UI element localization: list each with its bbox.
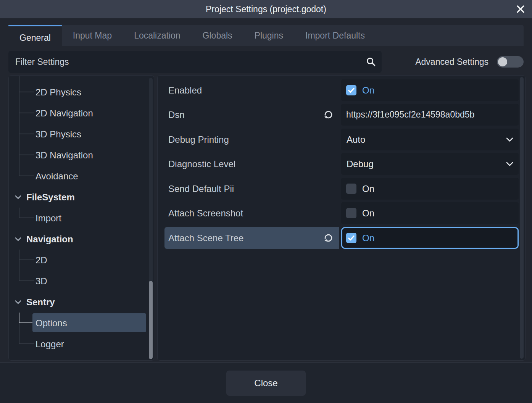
chevron-down-icon[interactable] bbox=[15, 300, 21, 304]
setting-row-diagnostic-level: Diagnostic Level Debug bbox=[158, 153, 525, 175]
setting-row-enabled: Enabled On bbox=[158, 79, 525, 101]
settings-tree-panel: 2D Physics 2D Navigation 3D Physics 3D N… bbox=[8, 75, 154, 361]
toggle-knob bbox=[498, 57, 507, 66]
filter-settings-input[interactable] bbox=[8, 57, 366, 67]
project-settings-dialog: Project Settings (project.godot) General… bbox=[0, 0, 532, 403]
search-icon bbox=[366, 56, 376, 67]
setting-label: Attach Scene Tree bbox=[168, 227, 243, 249]
checkbox-checked[interactable] bbox=[346, 233, 356, 243]
dropdown-value: Auto bbox=[347, 134, 365, 145]
setting-row-send-default-pii: Send Default Pii On bbox=[158, 178, 525, 200]
tree-item-3d-physics[interactable]: 3D Physics bbox=[9, 124, 154, 145]
settings-values-panel: Enabled On Dsn https://3f1e095cf2e14598a… bbox=[157, 75, 526, 361]
close-icon[interactable] bbox=[515, 4, 526, 15]
tree-item-2d-navigation[interactable]: 2D Navigation bbox=[9, 103, 154, 124]
tree-scrollbar-thumb[interactable] bbox=[149, 281, 153, 359]
setting-label: Send Default Pii bbox=[168, 178, 234, 200]
dialog-title: Project Settings (project.godot) bbox=[206, 4, 326, 15]
tree-item-2d[interactable]: 2D bbox=[9, 250, 154, 271]
footer: Close bbox=[0, 363, 532, 403]
tab-globals[interactable]: Globals bbox=[192, 25, 243, 46]
tree-item-import[interactable]: Import bbox=[9, 208, 154, 229]
dropdown-value: Debug bbox=[347, 159, 374, 169]
checkbox-checked[interactable] bbox=[346, 85, 356, 95]
filter-settings-field bbox=[8, 51, 382, 73]
chevron-down-icon[interactable] bbox=[15, 195, 21, 199]
setting-row-dsn: Dsn https://3f1e095cf2e14598a0bd5b bbox=[158, 104, 525, 126]
checkbox-state-label: On bbox=[362, 208, 374, 219]
tree-item-3d-navigation[interactable]: 3D Navigation bbox=[9, 145, 154, 166]
tab-general[interactable]: General bbox=[8, 25, 62, 49]
dsn-value: https://3f1e095cf2e14598a0bd5b bbox=[346, 110, 474, 120]
setting-row-debug-printing: Debug Printing Auto bbox=[158, 129, 525, 150]
tree-section-navigation[interactable]: Navigation bbox=[9, 229, 154, 250]
tab-bar: General Input Map Localization Globals P… bbox=[8, 25, 524, 46]
setting-label: Dsn bbox=[168, 104, 185, 126]
setting-value-box: On bbox=[341, 79, 519, 101]
tree-item-avoidance[interactable]: Avoidance bbox=[9, 166, 154, 187]
setting-label: Debug Printing bbox=[168, 129, 229, 150]
tree-item-logger[interactable]: Logger bbox=[9, 334, 154, 355]
setting-value-box: On bbox=[341, 178, 519, 200]
advanced-settings-label: Advanced Settings bbox=[415, 57, 488, 67]
chevron-down-icon[interactable] bbox=[15, 237, 21, 241]
setting-label: Diagnostic Level bbox=[168, 153, 235, 175]
checkbox-unchecked[interactable] bbox=[346, 208, 356, 218]
tree-item-2d-physics[interactable]: 2D Physics bbox=[9, 82, 154, 103]
tree-item-3d[interactable]: 3D bbox=[9, 271, 154, 292]
revert-icon[interactable] bbox=[321, 104, 335, 126]
checkbox-state-label: On bbox=[362, 233, 374, 243]
tab-plugins[interactable]: Plugins bbox=[243, 25, 294, 46]
chevron-down-icon bbox=[506, 137, 513, 142]
chevron-down-icon bbox=[506, 162, 513, 166]
settings-scrollbar-track[interactable] bbox=[520, 77, 524, 359]
checkbox-state-label: On bbox=[362, 85, 374, 96]
close-button[interactable]: Close bbox=[226, 371, 306, 396]
diagnostic-level-dropdown[interactable]: Debug bbox=[341, 153, 519, 175]
tab-input-map[interactable]: Input Map bbox=[62, 25, 123, 46]
setting-value-box-focused: On bbox=[341, 227, 519, 249]
tree-section-filesystem[interactable]: FileSystem bbox=[9, 187, 154, 208]
titlebar: Project Settings (project.godot) bbox=[0, 0, 532, 18]
setting-value-box: On bbox=[341, 202, 519, 224]
advanced-settings-group: Advanced Settings bbox=[389, 51, 524, 73]
checkbox-unchecked[interactable] bbox=[346, 184, 356, 194]
debug-printing-dropdown[interactable]: Auto bbox=[341, 129, 519, 150]
tab-import-defaults[interactable]: Import Defaults bbox=[294, 25, 376, 46]
setting-row-attach-screenshot: Attach Screenshot On bbox=[158, 202, 525, 224]
revert-icon[interactable] bbox=[321, 227, 335, 249]
advanced-settings-toggle[interactable] bbox=[497, 56, 524, 68]
setting-label: Attach Screenshot bbox=[168, 202, 243, 224]
tab-localization[interactable]: Localization bbox=[123, 25, 191, 46]
setting-row-attach-scene-tree: Attach Scene Tree On bbox=[158, 227, 525, 249]
dsn-text-field[interactable]: https://3f1e095cf2e14598a0bd5b bbox=[341, 104, 519, 126]
setting-label: Enabled bbox=[168, 79, 202, 101]
checkbox-state-label: On bbox=[362, 184, 374, 194]
tree-section-sentry[interactable]: Sentry bbox=[9, 292, 154, 313]
